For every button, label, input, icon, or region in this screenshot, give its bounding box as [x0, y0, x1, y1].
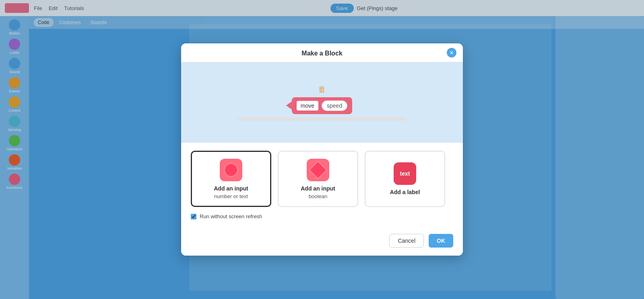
- options-area: Add an input number or text Add an input…: [181, 143, 463, 234]
- modal-overlay: Make a Block × 🗑 move speed Add an input…: [0, 0, 644, 299]
- modal-footer: Cancel OK: [181, 234, 463, 256]
- options-grid: Add an input number or text Add an input…: [191, 151, 453, 207]
- option-boolean-main: Add an input: [301, 185, 335, 192]
- option-boolean-sub: boolean: [309, 193, 327, 199]
- checkbox-row: Run without screen refresh: [191, 213, 453, 219]
- modal-title: Make a Block: [301, 50, 342, 57]
- delete-icon[interactable]: 🗑: [318, 85, 326, 94]
- option-label-main: Add a label: [390, 189, 420, 195]
- option-number-text-main: Add an input: [214, 185, 248, 192]
- label-icon: text: [394, 162, 416, 185]
- block-input: speed: [322, 100, 347, 111]
- scratch-block: move speed: [292, 97, 352, 114]
- scroll-indicator: [237, 117, 407, 121]
- boolean-icon: [307, 159, 329, 181]
- number-text-icon: [220, 159, 242, 181]
- option-card-label[interactable]: text Add a label: [365, 151, 445, 207]
- ok-button[interactable]: OK: [429, 234, 453, 248]
- modal-close-button[interactable]: ×: [447, 48, 456, 57]
- option-card-boolean[interactable]: Add an input boolean: [278, 151, 358, 207]
- option-number-text-sub: number or text: [214, 193, 248, 199]
- option-card-number-text[interactable]: Add an input number or text: [191, 151, 271, 207]
- block-preview-area: 🗑 move speed: [181, 62, 463, 143]
- screen-refresh-checkbox[interactable]: [191, 214, 196, 219]
- modal-dialog: Make a Block × 🗑 move speed Add an input…: [181, 43, 463, 256]
- block-label: move: [297, 101, 318, 111]
- screen-refresh-label: Run without screen refresh: [200, 213, 262, 219]
- modal-header: Make a Block ×: [181, 43, 463, 62]
- cancel-button[interactable]: Cancel: [389, 234, 424, 248]
